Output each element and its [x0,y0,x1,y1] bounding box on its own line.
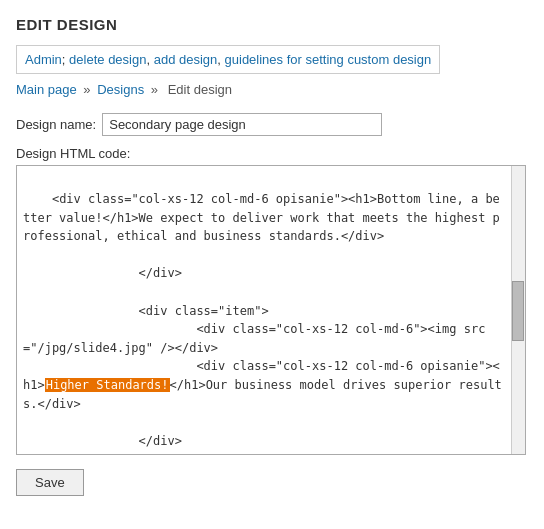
scrollbar-thumb[interactable] [512,281,524,341]
code-editor[interactable]: <div class="col-xs-12 col-md-6 opisanie"… [17,166,525,454]
html-code-label: Design HTML code: [16,146,528,161]
delete-design-link[interactable]: delete design [69,52,146,67]
code-area-wrapper: <div class="col-xs-12 col-md-6 opisanie"… [16,165,526,455]
scrollbar-track[interactable] [511,166,525,454]
code-pre-highlight: <div class="col-xs-12 col-md-6 opisanie"… [23,192,500,392]
breadcrumb-current: Edit design [168,82,232,97]
design-name-input[interactable] [102,113,382,136]
design-name-row: Design name: [16,113,528,136]
page-title: EDIT DESIGN [16,16,528,33]
highlight-text: Higher Standards! [45,378,170,392]
breadcrumb-sep2: » [151,82,158,97]
breadcrumb-main-page[interactable]: Main page [16,82,77,97]
admin-link[interactable]: Admin [25,52,62,67]
code-content: <div class="col-xs-12 col-md-6 opisanie"… [23,192,502,454]
guidelines-link[interactable]: guidelines for setting custom design [225,52,432,67]
breadcrumb-sep1: » [83,82,90,97]
breadcrumb-designs[interactable]: Designs [97,82,144,97]
admin-links-bar: Admin; delete design, add design, guidel… [16,45,440,74]
design-name-label: Design name: [16,117,96,132]
save-button[interactable]: Save [16,469,84,496]
breadcrumb: Main page » Designs » Edit design [16,82,528,97]
add-design-link[interactable]: add design [154,52,218,67]
